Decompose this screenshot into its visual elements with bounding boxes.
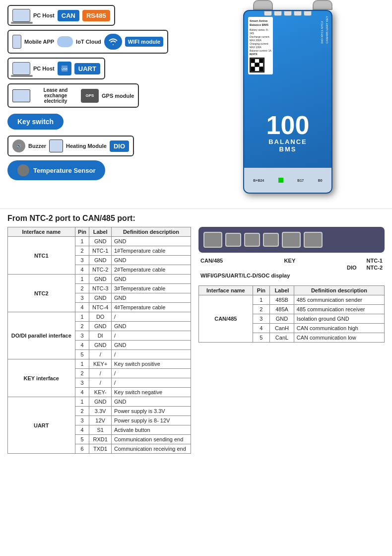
def-cell: Activate button <box>111 425 191 435</box>
lease-row: Lease and exchange electricity GPS GPS m… <box>7 83 196 108</box>
port-labels-row1: CAN/485 KEY NTC-1 <box>200 258 383 264</box>
col-label: Label <box>89 227 112 237</box>
can-def-cell: CAN communication high <box>294 324 384 333</box>
label-cell: GND <box>89 341 112 350</box>
label-cell: TXD1 <box>89 444 112 454</box>
pin-cell: 6 <box>75 444 89 454</box>
phone-icon <box>12 35 21 49</box>
port-ntc2 <box>304 232 323 248</box>
label-cell: GND <box>89 322 112 331</box>
bms-body: Smart Active Balance BMS Battery series:… <box>243 10 332 194</box>
pin-cell: 2 <box>75 407 89 416</box>
label-cell: NTC-3 <box>89 284 112 293</box>
laptop-icon <box>12 9 30 22</box>
label-cell: DI <box>89 331 112 341</box>
heater-icon <box>49 139 63 152</box>
interface-table: Interface name Pin Label Definition desc… <box>7 227 191 454</box>
def-cell: 3#Temperature cable <box>111 284 191 293</box>
dio-row: 🔊 Buzzer Heating Module DIO <box>7 136 196 156</box>
def-cell: GND <box>111 256 191 265</box>
can-def-cell: 485 communication receiver <box>294 305 384 314</box>
col-def: Definition description <box>111 227 191 237</box>
pin-cell: 2 <box>75 322 89 331</box>
bms-model-label: R24TX <box>250 53 271 56</box>
label-cell: NTC-4 <box>89 303 112 312</box>
label-cell: / <box>89 350 112 359</box>
screen-icon <box>12 89 30 102</box>
can-pin-cell: 4 <box>253 324 269 333</box>
label-cell: RXD1 <box>89 435 112 444</box>
diagram-left: PC Host CAN RS485 Mobile APP IoT Cloud W… <box>7 5 196 204</box>
def-cell: Power supply is 8- 12V <box>111 416 191 425</box>
bottom-right: CAN/485 KEY NTC-1 DIO NTC-2 WIFI/GPS/UAR… <box>198 227 385 454</box>
can-iface-cell: CAN/485 <box>199 295 253 343</box>
section-title: From NTC-2 port to CAN/485 port: <box>7 214 385 223</box>
pin-cell: 2 <box>75 246 89 256</box>
bms-title: Smart Active Balance BMS <box>250 19 271 27</box>
pc-host-label-1: PC Host <box>33 12 55 18</box>
def-cell: / <box>111 312 191 322</box>
col-pin: Pin <box>75 227 89 237</box>
port-can485 <box>203 232 222 248</box>
gps-label: GPS module <box>102 93 134 99</box>
def-cell: 4#Temperature cable <box>111 303 191 312</box>
label-cell: NTC-1 <box>89 246 112 256</box>
bms-container: Smart Active Balance BMS Battery series:… <box>243 5 342 204</box>
can-def-cell: CAN communication low <box>294 333 384 343</box>
rs485-badge: RS485 <box>82 10 110 21</box>
pin-cell: 1 <box>75 275 89 284</box>
can-pin-cell: 1 <box>253 295 269 305</box>
bms-subtitle: BALANCE BMS <box>266 138 310 153</box>
pin-cell: 4 <box>75 303 89 312</box>
label-cell: GND <box>89 237 112 246</box>
svg-text:USB: USB <box>62 68 67 70</box>
qr-code <box>250 58 264 72</box>
cloud-icon <box>57 36 73 47</box>
pin-cell: 5 <box>75 435 89 444</box>
bms-logo-area: 100 BALANCE BMS <box>266 112 310 153</box>
keyswitch-box: Key switch <box>7 114 64 130</box>
def-cell: GND <box>111 275 191 284</box>
iface-cell: KEY interface <box>8 359 75 397</box>
buzzer-label: Buzzer <box>28 143 46 149</box>
def-cell: Communication sending end <box>111 435 191 444</box>
def-cell: GND <box>111 293 191 303</box>
port-key <box>225 233 241 247</box>
mount-clip-right <box>313 0 332 10</box>
pin-cell: 1 <box>75 312 89 322</box>
label-cell: 12V <box>89 416 112 425</box>
label-cell: NTC-2 <box>89 265 112 275</box>
can-label-cell: CanH <box>270 324 294 333</box>
can-label-cell: GND <box>270 314 294 324</box>
port-ntc1b <box>263 233 279 247</box>
can-label-cell: 485B <box>270 295 294 305</box>
pin-cell: 2 <box>75 284 89 293</box>
green-led <box>278 178 283 183</box>
can-label-cell: 485A <box>270 305 294 314</box>
port-dio <box>282 232 301 248</box>
label-cell: / <box>89 369 112 378</box>
label-cell: / <box>89 378 112 388</box>
label-cell: KEY+ <box>89 359 112 369</box>
def-cell: 1#Temperature cable <box>111 246 191 256</box>
bms-connector-bottom: B+B24 B17 B0 <box>244 168 331 193</box>
def-cell: Communication receiving end <box>111 444 191 454</box>
bottom-content: Interface name Pin Label Definition desc… <box>7 227 385 454</box>
port-labels-vertical: CAN/485 UART KEY DIO NTC1 NTC2 <box>320 16 329 44</box>
can-pin-cell: 2 <box>253 305 269 314</box>
keyswitch-row: Key switch <box>7 112 196 132</box>
lease-label: Lease and exchange electricity <box>33 87 78 104</box>
pin-cell: 4 <box>75 425 89 435</box>
uart-badge: UART <box>74 63 100 74</box>
pc-host-box-2: PC Host USB UART <box>7 58 105 79</box>
lease-box: Lease and exchange electricity GPS GPS m… <box>7 83 139 108</box>
pin-cell: 3 <box>75 378 89 388</box>
pin-cell: 5 <box>75 350 89 359</box>
port-ntc1 <box>244 233 260 247</box>
def-cell: / <box>111 378 191 388</box>
top-connectors <box>264 11 312 16</box>
wifi-module-label: WIFI module <box>125 37 163 47</box>
def-cell: Key switch positive <box>111 359 191 369</box>
wifi-icon <box>104 34 122 50</box>
label-cell: GND <box>89 397 112 407</box>
